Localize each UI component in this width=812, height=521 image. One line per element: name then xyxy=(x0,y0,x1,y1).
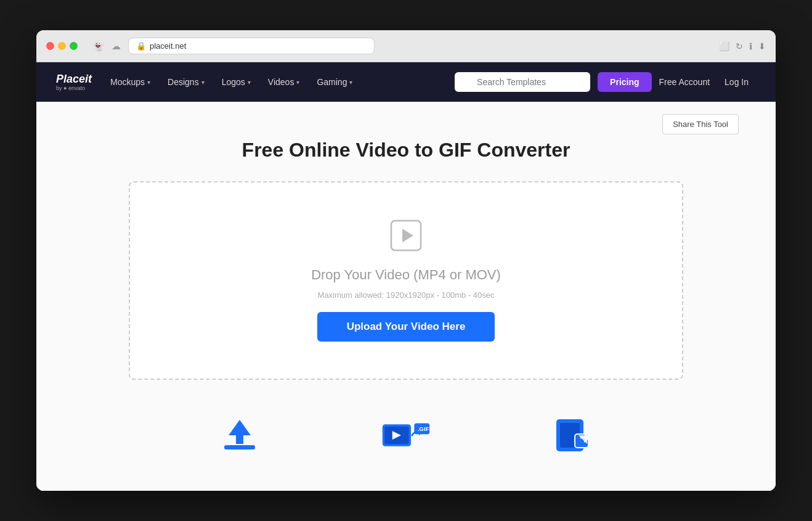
navbar: Placeit by ● envato Mockups ▾ Designs ▾ … xyxy=(36,62,776,102)
login-button[interactable]: Log In xyxy=(717,72,756,92)
page-content: Placeit by ● envato Mockups ▾ Designs ▾ … xyxy=(36,62,776,491)
nav-item-videos[interactable]: Videos ▾ xyxy=(259,62,309,102)
svg-marker-3 xyxy=(229,420,251,444)
pricing-button[interactable]: Pricing xyxy=(598,72,651,92)
traffic-lights xyxy=(46,42,78,50)
play-icon xyxy=(390,219,422,257)
chevron-down-icon: ▾ xyxy=(349,79,352,86)
lock-icon: 🔒 xyxy=(136,41,146,51)
address-bar[interactable]: 🔒 placeit.net xyxy=(128,38,375,54)
free-account-button[interactable]: Free Account xyxy=(652,72,718,92)
reload-icon[interactable]: ↻ xyxy=(736,41,743,51)
share-export-icon xyxy=(554,417,591,454)
translate-icon[interactable]: ⬜ xyxy=(719,41,729,51)
chevron-down-icon: ▾ xyxy=(248,79,251,86)
convert-gif-icon: .GIF xyxy=(381,417,431,454)
svg-text:.GIF: .GIF xyxy=(418,425,429,432)
url-text: placeit.net xyxy=(150,41,186,51)
share-tool-button[interactable]: Share This Tool xyxy=(662,114,739,134)
nav-links: Mockups ▾ Designs ▾ Logos ▾ Videos ▾ Gam… xyxy=(102,62,361,102)
nav-item-designs[interactable]: Designs ▾ xyxy=(159,62,213,102)
info-icon[interactable]: ℹ xyxy=(749,41,752,51)
browser-window: 👻 ☁ 🔒 placeit.net ⬜ ↻ ℹ ⬇ Placeit by ● e… xyxy=(36,30,776,491)
feature-upload xyxy=(221,417,258,454)
upload-video-button[interactable]: Upload Your Video Here xyxy=(317,312,495,342)
maximize-button[interactable] xyxy=(70,42,78,50)
upload-arrow-icon xyxy=(221,417,258,454)
feature-convert: .GIF xyxy=(381,417,431,454)
upload-zone[interactable]: Drop Your Video (MP4 or MOV) Maximum all… xyxy=(129,181,683,380)
nav-item-logos[interactable]: Logos ▾ xyxy=(213,62,259,102)
search-wrapper: 🔍 xyxy=(455,72,590,92)
svg-rect-2 xyxy=(224,445,255,449)
nav-item-mockups[interactable]: Mockups ▾ xyxy=(102,62,159,102)
brand-logo[interactable]: Placeit by ● envato xyxy=(56,73,92,91)
minimize-button[interactable] xyxy=(58,42,66,50)
svg-marker-1 xyxy=(402,229,413,242)
chevron-down-icon: ▾ xyxy=(296,79,299,86)
chevron-down-icon: ▾ xyxy=(201,79,205,86)
feature-share xyxy=(554,417,591,454)
browser-titlebar: 👻 ☁ 🔒 placeit.net ⬜ ↻ ℹ ⬇ xyxy=(36,30,776,62)
max-allowed-text: Maximum allowed: 1920x1920px - 100mb - 4… xyxy=(318,290,495,300)
search-input[interactable] xyxy=(455,72,590,92)
drop-text: Drop Your Video (MP4 or MOV) xyxy=(311,267,501,283)
chevron-down-icon: ▾ xyxy=(147,79,150,86)
browser-controls: ⬜ ↻ ℹ ⬇ xyxy=(719,41,766,51)
main-area: Share This Tool Free Online Video to GIF… xyxy=(36,102,776,491)
features-row: .GIF xyxy=(73,417,739,454)
ghost-icon: 👻 xyxy=(92,41,104,52)
brand-sub: by ● envato xyxy=(56,86,92,91)
close-button[interactable] xyxy=(46,42,54,50)
nav-item-gaming[interactable]: Gaming ▾ xyxy=(308,62,361,102)
cloud-icon: ☁ xyxy=(112,41,121,52)
page-title: Free Online Video to GIF Converter xyxy=(73,139,739,162)
download-icon[interactable]: ⬇ xyxy=(758,41,766,51)
brand-name: Placeit xyxy=(56,73,92,84)
